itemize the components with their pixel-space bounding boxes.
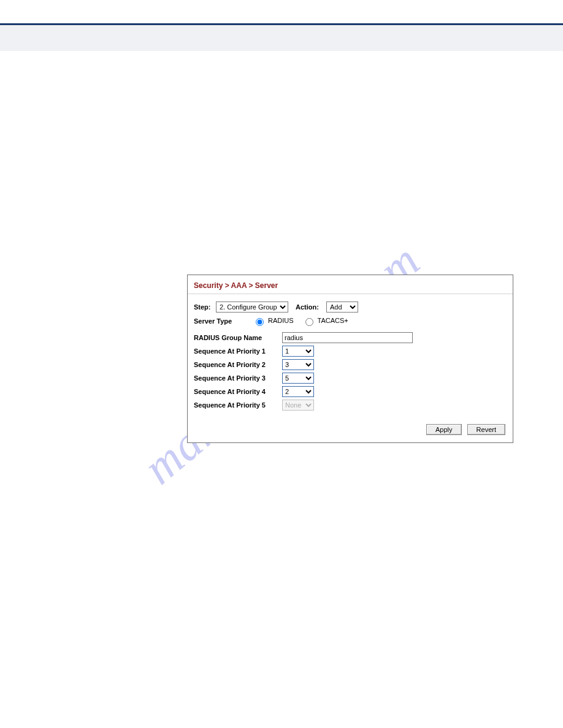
priority-label-2: Sequence At Priority 2: [194, 361, 282, 368]
action-select[interactable]: Add: [326, 301, 358, 313]
group-name-row: RADIUS Group Name: [194, 332, 507, 343]
step-select[interactable]: 2. Configure Group: [216, 301, 288, 313]
priority-row-1: Sequence At Priority 1 1: [194, 346, 507, 357]
priority-select-3[interactable]: 5: [282, 373, 314, 384]
priority-label-5: Sequence At Priority 5: [194, 401, 282, 409]
priority-row-2: Sequence At Priority 2 3: [194, 359, 507, 370]
server-type-row: Server Type RADIUS TACACS+: [194, 316, 507, 326]
priority-label-1: Sequence At Priority 1: [194, 347, 282, 355]
priority-select-2[interactable]: 3: [282, 359, 314, 370]
radio-tacacs[interactable]: [305, 318, 313, 326]
radio-tacacs-text: TACACS+: [317, 317, 348, 324]
radio-radius-label[interactable]: RADIUS: [253, 316, 294, 326]
priority-select-5: None: [282, 400, 314, 411]
radio-radius-text: RADIUS: [268, 317, 294, 324]
priority-select-1[interactable]: 1: [282, 346, 314, 357]
radio-tacacs-label[interactable]: TACACS+: [302, 316, 348, 326]
priority-label-3: Sequence At Priority 3: [194, 374, 282, 382]
priority-label-4: Sequence At Priority 4: [194, 388, 282, 395]
apply-button[interactable]: Apply: [426, 424, 462, 435]
priority-row-5: Sequence At Priority 5 None: [194, 400, 507, 411]
panel-body: Step: 2. Configure Group Action: Add Ser…: [188, 294, 513, 419]
priority-row-4: Sequence At Priority 4 2: [194, 386, 507, 397]
action-label: Action:: [296, 303, 326, 311]
radio-radius[interactable]: [256, 318, 264, 326]
config-panel: Security > AAA > Server Step: 2. Configu…: [187, 275, 513, 443]
step-action-row: Step: 2. Configure Group Action: Add: [194, 301, 507, 313]
server-type-label: Server Type: [194, 317, 253, 325]
revert-button[interactable]: Revert: [467, 424, 505, 435]
group-name-input[interactable]: [282, 332, 413, 343]
header-band: [0, 23, 563, 51]
group-name-label: RADIUS Group Name: [194, 334, 282, 341]
priority-select-4[interactable]: 2: [282, 386, 314, 397]
step-label: Step:: [194, 303, 216, 311]
breadcrumb: Security > AAA > Server: [188, 275, 513, 294]
priority-row-3: Sequence At Priority 3 5: [194, 373, 507, 384]
button-row: Apply Revert: [188, 419, 513, 442]
